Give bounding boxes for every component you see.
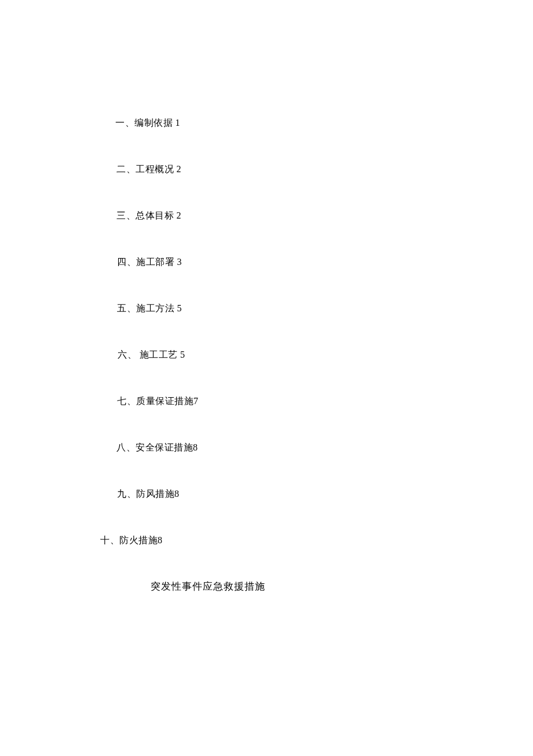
toc-label: 二、工程概况 (116, 164, 174, 174)
toc-item-6: 六、 施工工艺 5 (118, 348, 475, 362)
toc-label: 五、施工方法 (117, 303, 174, 313)
toc-item-9: 九、防风措施8 (117, 487, 475, 501)
toc-page-num: 5 (180, 350, 185, 359)
toc-item-3: 三、总体目标 2 (116, 209, 475, 223)
toc-item-4: 四、施工部署 3 (117, 255, 475, 269)
toc-item-8: 八、安全保证措施8 (116, 441, 475, 455)
toc-page-num: 8 (174, 489, 180, 499)
section-title: 突发性事件应急救援措施 (151, 580, 475, 593)
toc-page-num: 7 (194, 396, 199, 406)
toc-label: 三、总体目标 (116, 210, 174, 220)
toc-page-num: 3 (177, 257, 182, 267)
toc-page-num: 2 (177, 210, 182, 220)
toc-page-num: 1 (176, 118, 181, 128)
toc-label: 七、质量保证措施 (117, 396, 194, 406)
toc-item-5: 五、施工方法 5 (117, 301, 475, 315)
toc-label: 九、防风措施 (117, 489, 174, 499)
toc-item-1: 一、编制依据 1 (115, 116, 475, 130)
toc-item-10: 十、防火措施8 (100, 533, 475, 547)
toc-label: 十、防火措施 (100, 535, 158, 545)
toc-page-num: 2 (177, 164, 182, 174)
toc-item-2: 二、工程概况 2 (116, 162, 475, 176)
toc-label: 四、施工部署 (117, 257, 174, 267)
toc-page-num: 5 (177, 303, 182, 313)
toc-item-7: 七、质量保证措施7 (117, 394, 475, 408)
toc-page-num: 8 (158, 535, 163, 545)
toc-page-num: 8 (193, 442, 198, 452)
toc-label: 一、编制依据 (115, 118, 173, 128)
toc-label: 六、 施工工艺 (118, 350, 178, 359)
toc-label: 八、安全保证措施 (116, 442, 193, 452)
